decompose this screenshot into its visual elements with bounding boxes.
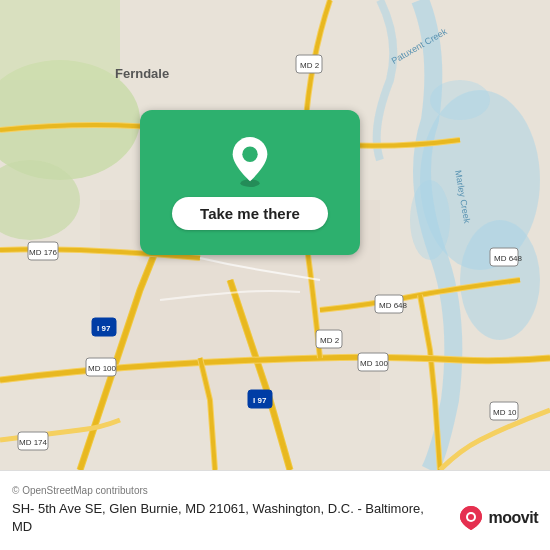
- svg-text:Ferndale: Ferndale: [115, 66, 169, 81]
- take-me-there-overlay: Take me there: [140, 110, 360, 255]
- moovit-logo: moovit: [457, 504, 538, 532]
- moovit-brand-text: moovit: [489, 509, 538, 527]
- svg-text:MD 176: MD 176: [29, 248, 58, 257]
- svg-text:MD 648: MD 648: [494, 254, 523, 263]
- map-container: MD 648 MD 648 MD 648 MD 2 MD 2 MD 176 I …: [0, 0, 550, 470]
- destination-card: Take me there: [140, 110, 360, 255]
- svg-text:MD 174: MD 174: [19, 438, 48, 447]
- address-row: SH- 5th Ave SE, Glen Burnie, MD 21061, W…: [12, 500, 538, 536]
- svg-point-39: [468, 514, 474, 520]
- svg-point-37: [242, 147, 257, 162]
- svg-text:I 97: I 97: [253, 396, 267, 405]
- svg-text:MD 2: MD 2: [320, 336, 340, 345]
- take-me-there-button[interactable]: Take me there: [172, 197, 328, 230]
- svg-text:MD 2: MD 2: [300, 61, 320, 70]
- location-pin-icon: [228, 135, 272, 187]
- svg-text:MD 100: MD 100: [88, 364, 117, 373]
- svg-text:MD 10: MD 10: [493, 408, 517, 417]
- moovit-pin-icon: [457, 504, 485, 532]
- bottom-bar: © OpenStreetMap contributors SH- 5th Ave…: [0, 470, 550, 550]
- svg-rect-3: [0, 0, 120, 80]
- address-text: SH- 5th Ave SE, Glen Burnie, MD 21061, W…: [12, 500, 457, 536]
- svg-text:MD 648: MD 648: [379, 301, 408, 310]
- svg-text:MD 100: MD 100: [360, 359, 389, 368]
- copyright-text: © OpenStreetMap contributors: [12, 485, 538, 496]
- svg-text:I 97: I 97: [97, 324, 111, 333]
